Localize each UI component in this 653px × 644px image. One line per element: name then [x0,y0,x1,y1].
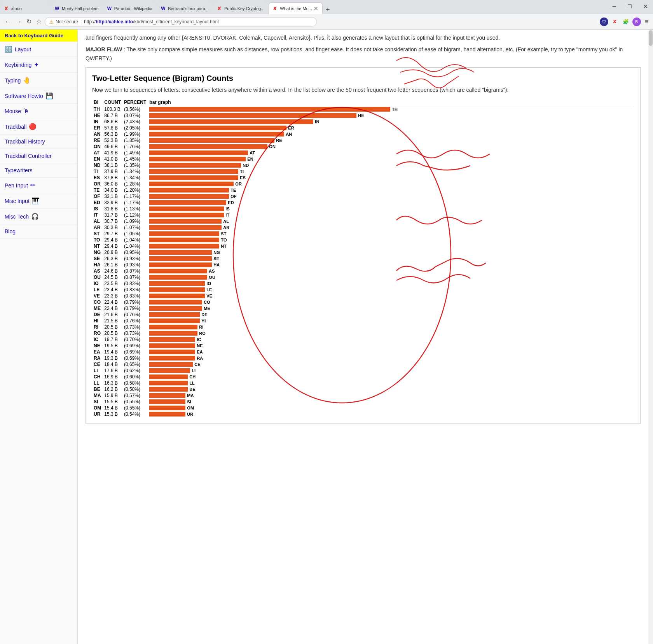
bigram-bi: RO [92,330,103,336]
table-row: LE 23.4 B (0.83%) LE [92,287,634,293]
sidebar-item-keybinding[interactable]: Keybinding ✦ [0,57,77,73]
bar-label: ES [240,175,246,180]
close-button[interactable]: ✕ [637,0,653,12]
bar [149,188,229,192]
tab-xtodo[interactable]: ✘ xtodo [0,2,51,14]
sidebar-item-typing[interactable]: Typing 🤚 [0,73,77,88]
sidebar-item-trackball-controller[interactable]: Trackball Controller [0,149,77,163]
bar [149,325,197,329]
bigram-count: 16.2 B [103,386,122,392]
tab-monty-hall[interactable]: W Monty Hall problem [51,2,103,14]
back-to-keyboard-guide-button[interactable]: Back to Keyboard Guide [0,30,77,42]
puzzle-icon[interactable]: 🧩 [622,18,630,26]
bar-label: NT [221,244,227,248]
sidebar-item-layout[interactable]: 🔠 Layout [0,42,77,57]
sidebar-item-misc-input[interactable]: Misc Input 🎹 [0,193,77,209]
scrollbar[interactable] [648,30,653,644]
bigram-percent: (0.60%) [122,374,148,380]
tab-paradox[interactable]: W Paradox - Wikipedia [103,2,157,14]
main-content-area: and fingers frequently among any other {… [78,30,648,644]
bigram-bi: ND [92,162,103,168]
sidebar-item-software-howto[interactable]: Software Howto 💾 [0,88,77,104]
maximize-button[interactable]: □ [622,0,637,12]
extension-icon-1[interactable]: ✘ [611,18,619,26]
bar [149,262,212,267]
bar [149,107,390,112]
tab-whatisthe[interactable]: ✘ What is the Mo... ✕ [269,2,323,14]
bigram-bar-cell: CH [148,374,634,380]
bigram-bi: CO [92,299,103,305]
forward-button[interactable]: → [14,17,23,27]
bar-container: AL [149,219,632,224]
bigram-bar-cell: CO [148,299,634,305]
bar-container: ER [149,125,632,131]
sidebar-item-blog[interactable]: Blog [0,224,77,239]
address-bar[interactable]: ⚠ Not secure | http://http://xahlee.info… [45,17,317,26]
bigram-percent: (0.79%) [122,299,148,305]
bar-container: AS [149,268,632,274]
bigram-count: 68.6 B [103,119,122,125]
bar-container: AN [149,131,632,137]
bigram-bar-cell: NG [148,249,634,256]
bigram-bi: LE [92,287,103,293]
profile-icon[interactable]: B [632,18,641,26]
bigram-percent: (0.87%) [122,274,148,280]
misc-tech-label: Misc Tech [5,214,29,220]
blog-label: Blog [5,228,16,234]
table-row: NE 19.5 B (0.69%) NE [92,343,634,349]
new-tab-button[interactable]: + [323,6,333,14]
bigram-bi: ED [92,200,103,206]
bigram-percent: (0.54%) [122,411,148,417]
bigram-count: 33.1 B [103,193,122,200]
table-row: EN 41.0 B (1.45%) EN [92,156,634,162]
bigram-bar-cell: EN [148,156,634,162]
bar [149,256,212,261]
bigram-percent: (0.58%) [122,386,148,392]
bigram-section: Two-Letter Sequence (Bigram) Counts Now … [86,67,641,424]
scrollbar-thumb[interactable] [649,30,653,46]
menu-button[interactable]: ≡ [643,17,650,27]
bigram-bar-cell: RO [148,330,634,336]
tab-bertrand[interactable]: W Bertrand's box para... [157,2,213,14]
sidebar-item-typewriters[interactable]: Typewriters [0,163,77,178]
tab-publickey[interactable]: ✘ Public-Key Cryptog... [213,2,269,14]
reload-button[interactable]: ↻ [25,16,33,27]
bigram-bar-cell: IN [148,119,634,125]
sidebar-item-misc-tech[interactable]: Misc Tech 🎧 [0,209,77,224]
bar-label: SE [213,256,219,261]
tab-close-icon[interactable]: ✕ [314,5,318,12]
bar-label: RE [276,138,282,143]
bigram-count: 26.1 B [103,262,122,268]
bookmark-button[interactable]: ☆ [35,16,43,27]
back-button[interactable]: ← [3,17,12,27]
sidebar-item-pen-input[interactable]: Pen Input ✏ [0,178,77,193]
bigram-bar-cell: IS [148,206,634,212]
sidebar-item-mouse[interactable]: Mouse 🖱 [0,104,77,119]
minimize-button[interactable]: – [606,0,622,12]
bigram-bi: SI [92,399,103,405]
bigram-bi: AN [92,131,103,137]
main-content: and fingers frequently among any other {… [78,30,648,432]
bigram-percent: (0.73%) [122,330,148,336]
bar-label: RI [199,325,203,329]
bigram-bar-cell: SE [148,256,634,262]
bigram-bar-cell: LE [148,287,634,293]
bertrand-favicon: W [161,6,166,11]
bigram-bi: MA [92,392,103,399]
xtodo-tab-title: xtodo [11,6,22,11]
bar-container: HA [149,262,632,268]
sidebar-item-trackball-history[interactable]: Trackball History [0,135,77,149]
brave-shield-icon[interactable]: 🛡 [600,18,608,26]
bigram-percent: (0.62%) [122,368,148,374]
table-row: CO 22.4 B (0.79%) CO [92,299,634,305]
sidebar-item-trackball[interactable]: Trackball 🔴 [0,119,77,135]
bar-container: IS [149,206,632,212]
bigram-percent: (2.43%) [122,119,148,125]
bigram-bar-cell: ME [148,305,634,312]
bar [149,300,202,304]
bar-label: TI [240,169,244,174]
bigram-count: 86.7 B [103,112,122,119]
bigram-bi: BE [92,386,103,392]
bigram-percent: (0.95%) [122,249,148,256]
bigram-count: 15.4 B [103,405,122,411]
